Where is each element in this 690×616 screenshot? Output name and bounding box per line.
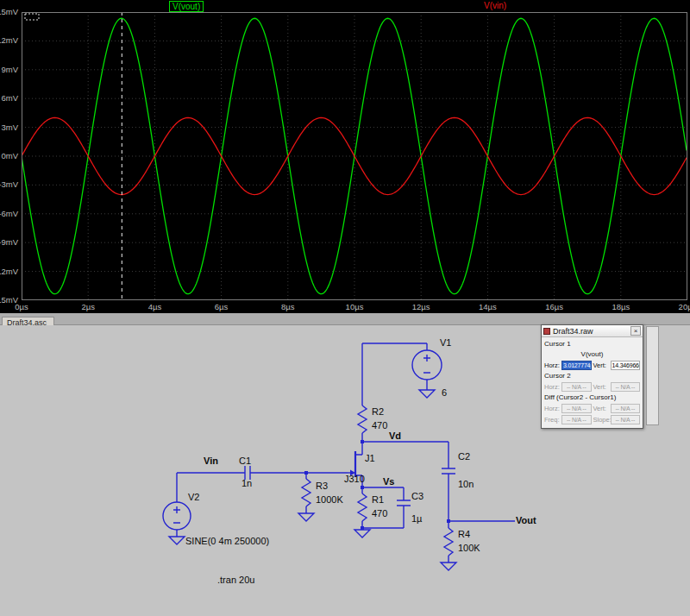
y-tick-label: -12mV	[0, 267, 18, 276]
cursor2-vert-value[interactable]: -- N/A --	[611, 382, 641, 392]
component-value-C3[interactable]: 1µ	[411, 513, 422, 524]
ground-symbol-V1[interactable]	[419, 390, 435, 398]
diff-label: Diff (Cursor2 - Cursor1)	[544, 393, 640, 403]
diff-slope-label: Slope:	[593, 416, 611, 424]
cursor1-vert-value[interactable]: 14.346966mV	[611, 361, 641, 370]
x-tick-label: 0µs	[15, 302, 28, 311]
voltage-source-V2[interactable]	[163, 502, 191, 530]
x-tick-label: 20µs	[679, 302, 690, 311]
window-edge-strip	[646, 326, 659, 425]
resistor-R3[interactable]	[302, 479, 310, 506]
x-tick-label: 10µs	[346, 302, 364, 311]
spice-directive[interactable]: .tran 20u	[217, 575, 254, 585]
y-tick-label: 15mV	[0, 8, 18, 16]
component-ref-C3[interactable]: C3	[411, 491, 423, 501]
x-tick-label: 16µs	[545, 302, 563, 311]
resistor-R1[interactable]	[358, 493, 367, 521]
component-value-R1[interactable]: 470	[372, 508, 387, 519]
component-ref-R2[interactable]: R2	[372, 406, 384, 417]
component-value-R3[interactable]: 1000K	[316, 494, 343, 505]
x-tick-label: 8µs	[281, 302, 295, 311]
component-value-C2[interactable]: 10n	[458, 479, 474, 489]
capacitor-C2[interactable]	[442, 468, 455, 474]
diff-horz-value[interactable]: -- N/A --	[561, 404, 592, 413]
cursor1-horz-label: Horz:	[544, 361, 561, 369]
close-icon[interactable]: ×	[630, 326, 641, 336]
diff-vert-value[interactable]: -- N/A --	[611, 404, 641, 413]
diff-freq-label: Freq:	[544, 416, 561, 424]
component-value-C1[interactable]: 1n	[242, 478, 252, 488]
x-tick-label: 12µs	[412, 302, 430, 311]
y-tick-label: -6mV	[0, 210, 18, 218]
diff-slope-value[interactable]: -- N/A --	[611, 415, 641, 424]
component-ref-C1[interactable]: C1	[239, 456, 251, 466]
diff-freq-value[interactable]: -- N/A --	[561, 415, 592, 424]
ground-symbol-V2[interactable]	[169, 537, 185, 544]
component-value-R2[interactable]: 470	[372, 420, 387, 431]
cursor1-trace-name[interactable]: V(vout)	[544, 349, 640, 360]
x-tick-label: 2µs	[81, 302, 95, 311]
diff-horz-label: Horz:	[544, 405, 561, 412]
x-tick-label: 14µs	[479, 302, 497, 311]
component-value-R4[interactable]: 100K	[458, 543, 480, 553]
y-tick-label: 0mV	[1, 152, 18, 160]
cursor-dialog-title: Draft34.raw	[553, 327, 630, 336]
voltage-source-V1[interactable]	[412, 350, 442, 380]
component-ref-R4[interactable]: R4	[458, 529, 470, 539]
cursor1-label: Cursor 1	[544, 339, 640, 349]
y-tick-label: 12mV	[0, 36, 18, 45]
cursor-dialog-body: Cursor 1 V(vout) Horz: 3.0127774µs Vert:…	[542, 337, 643, 428]
resistor-R4[interactable]	[444, 528, 453, 556]
component-ref-C2[interactable]: C2	[458, 451, 470, 462]
cursor-dialog[interactable]: Draft34.raw × Cursor 1 V(vout) Horz: 3.0…	[541, 324, 643, 429]
component-ref-V2[interactable]: V2	[188, 492, 199, 502]
trace-label-vin[interactable]: V(vin)	[481, 1, 509, 10]
component-ref-R1[interactable]: R1	[372, 494, 384, 505]
capacitor-C3[interactable]	[397, 500, 411, 506]
y-tick-label: 6mV	[1, 94, 18, 103]
cursor2-horz-label: Horz:	[544, 383, 561, 391]
net-label-vs[interactable]: Vs	[383, 476, 394, 487]
net-label-vd[interactable]: Vd	[389, 431, 401, 441]
waveform-pane[interactable]: V(vout) V(vin) 15mV12mV9mV6mV3mV0mV-3mV-…	[0, 0, 690, 313]
x-tick-label: 18µs	[612, 302, 630, 311]
y-tick-label: -3mV	[0, 180, 18, 189]
cursor1-vert-label: Vert:	[593, 361, 611, 369]
net-label-vin[interactable]: Vin	[204, 456, 218, 466]
y-tick-label: -9mV	[0, 238, 18, 247]
x-tick-label: 6µs	[215, 302, 229, 311]
cursor2-horz-value[interactable]: -- N/A --	[561, 382, 592, 392]
window-tab-bar: Draft34.asc	[0, 313, 690, 325]
x-axis: 0µs2µs4µs6µs8µs10µs12µs14µs16µs18µs20µs	[22, 302, 687, 312]
raw-file-icon	[543, 328, 550, 335]
ground-symbol-R3[interactable]	[298, 513, 314, 521]
component-value-V1[interactable]: 6	[442, 387, 447, 398]
net-label-vout[interactable]: Vout	[516, 515, 536, 525]
component-ref-V1[interactable]: V1	[440, 337, 451, 348]
ground-symbol-R1[interactable]	[354, 530, 370, 537]
component-ref-J1[interactable]: J1	[365, 453, 375, 463]
resistor-R2[interactable]	[358, 405, 367, 433]
trace-label-vout[interactable]: V(vout)	[169, 1, 204, 12]
cursor2-vert-label: Vert:	[593, 383, 611, 391]
diff-vert-label: Vert:	[593, 405, 611, 412]
cursor2-label: Cursor 2	[544, 371, 640, 381]
component-value-J1[interactable]: J310	[344, 474, 365, 484]
component-value-V2[interactable]: SINE(0 4m 250000)	[185, 536, 269, 546]
y-axis: 15mV12mV9mV6mV3mV0mV-3mV-6mV-9mV-12mV-15…	[0, 12, 20, 300]
waveform-canvas[interactable]	[22, 12, 687, 300]
cursor-dialog-titlebar[interactable]: Draft34.raw ×	[542, 325, 643, 337]
ground-symbol-R4[interactable]	[441, 563, 456, 570]
x-tick-label: 4µs	[148, 302, 162, 311]
y-tick-label: 9mV	[1, 66, 18, 74]
y-tick-label: 3mV	[1, 123, 18, 132]
component-ref-R3[interactable]: R3	[316, 481, 328, 491]
cursor1-horz-value[interactable]: 3.0127774µs	[561, 361, 592, 370]
